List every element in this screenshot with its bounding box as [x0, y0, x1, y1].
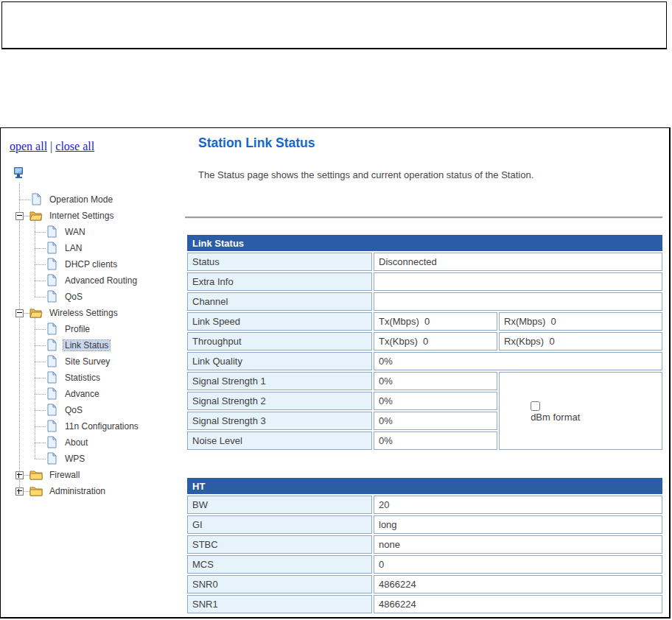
- sidebar-item-advance[interactable]: Advance: [8, 386, 185, 402]
- content-area: Station Link Status The Status page show…: [185, 128, 670, 617]
- sidebar-item-link-status[interactable]: Link Status: [8, 337, 185, 353]
- link-status-table: Link Status Status Disconnected Extra In…: [186, 233, 664, 451]
- sidebar-item-label: Administration: [49, 486, 105, 496]
- sidebar-item-qos-internet[interactable]: QoS: [8, 289, 185, 305]
- signal-strength-3-value: 0%: [374, 412, 497, 430]
- sidebar-item-profile[interactable]: Profile: [8, 321, 185, 337]
- sidebar-item-label: Advance: [65, 389, 99, 399]
- snr0-value: 4866224: [374, 575, 662, 593]
- sidebar-item-dhcp-clients[interactable]: DHCP clients: [8, 256, 185, 272]
- tree-connector: [35, 378, 46, 378]
- sidebar-item-label: About: [65, 437, 88, 448]
- row-label: Channel: [187, 292, 372, 311]
- row-label: Link Quality: [187, 352, 372, 370]
- sidebar-item-internet-settings[interactable]: Internet Settings: [8, 208, 185, 224]
- mcs-value: 0: [374, 555, 662, 574]
- signal-strength-1-value: 0%: [374, 372, 497, 390]
- closed-folder-icon: [29, 468, 43, 481]
- page-icon: [45, 387, 58, 400]
- table-header-ht: HT: [187, 478, 662, 494]
- open-all-link[interactable]: open all: [10, 140, 47, 152]
- row-label: Signal Strength 1: [187, 372, 372, 390]
- row-label: Extra Info: [187, 272, 372, 291]
- expand-icon[interactable]: [15, 471, 24, 479]
- status-value: Disconnected: [374, 253, 662, 271]
- collapse-icon[interactable]: [15, 212, 24, 220]
- page-icon: [45, 274, 58, 286]
- row-label: BW: [187, 496, 372, 514]
- page-title: Station Link Status: [198, 135, 315, 151]
- navigation-tree: Operation Mode Internet Settings WAN: [8, 166, 185, 512]
- sidebar-item-label: LAN: [65, 243, 82, 253]
- row-label: GI: [187, 515, 372, 534]
- page-icon: [45, 404, 58, 416]
- open-folder-icon: [29, 209, 43, 222]
- open-folder-icon: [29, 306, 43, 319]
- close-all-link[interactable]: close all: [55, 140, 94, 152]
- tree-connector: [19, 200, 30, 200]
- page-icon: [45, 420, 58, 432]
- sidebar-item-11n-configurations[interactable]: 11n Configurations: [8, 418, 185, 434]
- channel-value: [374, 292, 662, 311]
- sidebar-item-site-survey[interactable]: Site Survey: [8, 353, 185, 370]
- sidebar-item-label: Statistics: [65, 373, 100, 383]
- tree-connector: [35, 410, 46, 411]
- dbm-format-checkbox[interactable]: [531, 401, 540, 411]
- sidebar-item-about[interactable]: About: [8, 434, 185, 451]
- sidebar-item-wan[interactable]: WAN: [8, 224, 185, 240]
- page-icon: [45, 290, 58, 303]
- sidebar-item-label: Firewall: [49, 470, 80, 480]
- sidebar-item-label: Wireless Settings: [49, 308, 118, 318]
- sidebar-item-statistics[interactable]: Statistics: [8, 370, 185, 386]
- sidebar-item-label: 11n Configurations: [65, 421, 139, 431]
- sidebar-item-wireless-settings[interactable]: Wireless Settings: [8, 305, 185, 321]
- sidebar-item-label: Profile: [65, 324, 90, 334]
- sidebar-item-administration[interactable]: Administration: [8, 483, 185, 499]
- row-label: Signal Strength 3: [187, 412, 372, 430]
- computer-icon: [13, 166, 25, 180]
- page-icon: [29, 193, 43, 205]
- sidebar-item-label: Operation Mode: [49, 194, 113, 205]
- page-icon: [45, 258, 58, 270]
- sidebar-item-operation-mode[interactable]: Operation Mode: [8, 191, 185, 208]
- sidebar-item-lan[interactable]: LAN: [8, 240, 185, 256]
- page-icon: [45, 355, 58, 367]
- page-icon: [45, 436, 58, 448]
- ht-table: HT BW 20 GI long STBC none MCS 0 SNR0 48…: [186, 476, 664, 615]
- tree-connector: [35, 297, 46, 297]
- noise-level-value: 0%: [374, 431, 497, 450]
- tree-connector: [35, 459, 46, 459]
- sidebar-item-label: Internet Settings: [49, 211, 113, 221]
- tree-connector: [35, 362, 46, 362]
- sidebar-item-advanced-routing[interactable]: Advanced Routing: [8, 272, 185, 289]
- row-label: Link Speed: [187, 312, 372, 331]
- tree-controls: open all|close all: [10, 140, 94, 153]
- page-description: The Status page shows the settings and c…: [198, 169, 533, 180]
- sidebar-item-label: QoS: [65, 292, 83, 302]
- sidebar-item-wps[interactable]: WPS: [8, 451, 185, 467]
- main-panel: open all|close all Operation Mode: [0, 127, 671, 619]
- expand-icon[interactable]: [15, 487, 24, 496]
- tree-connector: [35, 281, 46, 281]
- sidebar-item-label: Site Survey: [65, 356, 110, 367]
- tree-connector: [35, 329, 46, 330]
- tree-connector: [35, 394, 46, 395]
- link-speed-tx-value: Tx(Mbps) 0: [374, 312, 497, 331]
- row-label: Signal Strength 2: [187, 392, 372, 410]
- row-label: SNR1: [187, 595, 372, 613]
- collapse-icon[interactable]: [15, 309, 24, 317]
- dbm-format-label: dBm format: [531, 412, 580, 423]
- signal-strength-2-value: 0%: [374, 392, 497, 410]
- page-icon: [45, 452, 58, 465]
- sidebar: open all|close all Operation Mode: [1, 128, 185, 617]
- page-icon: [45, 225, 58, 238]
- sidebar-item-qos-wireless[interactable]: QoS: [8, 402, 185, 418]
- row-label: MCS: [187, 555, 372, 574]
- page-icon: [45, 323, 58, 335]
- throughput-tx-value: Tx(Kbps) 0: [374, 332, 497, 350]
- extra-info-value: [374, 272, 662, 291]
- tree-connector: [35, 443, 46, 443]
- tree-connector: [35, 345, 46, 346]
- sidebar-item-firewall[interactable]: Firewall: [8, 467, 185, 483]
- sidebar-item-label: Advanced Routing: [65, 275, 137, 286]
